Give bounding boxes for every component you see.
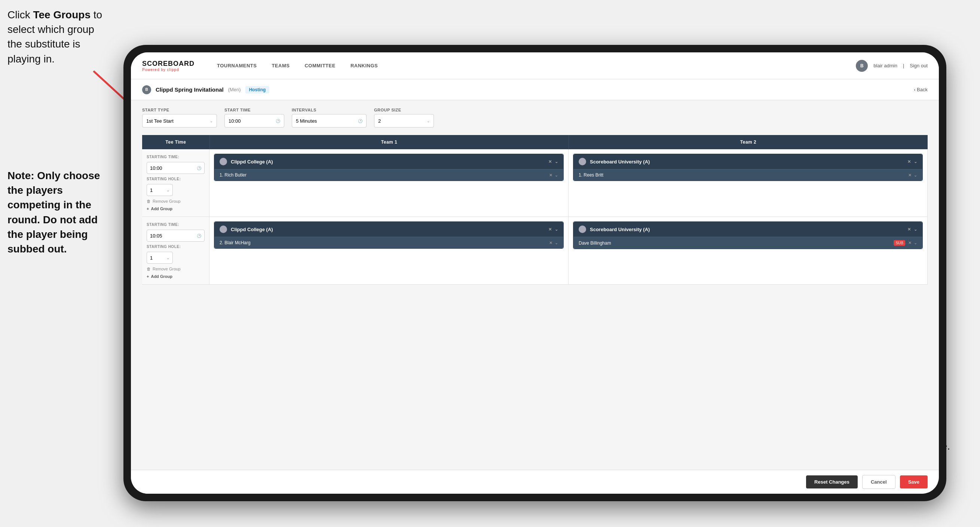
intervals-clock: 🕐	[358, 119, 363, 123]
player1-name-2: 2. Blair McHarg	[220, 240, 549, 245]
nav-logo: SCOREBOARD Powered by clippd	[142, 60, 194, 72]
team2-chevron-1[interactable]: ⌄	[914, 159, 917, 164]
start-type-field: Start Type 1st Tee Start ⌄	[142, 108, 217, 127]
tournament-gender: (Men)	[228, 87, 241, 92]
team2-chevron-2[interactable]: ⌄	[914, 227, 917, 232]
player2-chevron-1[interactable]: ⌄	[914, 173, 917, 178]
player2-x-2[interactable]: ✕	[908, 240, 912, 245]
player2-x-1[interactable]: ✕	[908, 173, 912, 178]
player2-name-2: Dave Billingham	[579, 240, 894, 246]
starting-hole-input-2[interactable]: 1 ⌄	[146, 252, 173, 264]
start-time-label: Start Time	[224, 108, 284, 112]
start-type-arrow: ⌄	[210, 119, 213, 123]
group-row-1: STARTING TIME: 10:00 🕐 STARTING HOLE: 1 …	[142, 149, 928, 217]
player1-x-2[interactable]: ✕	[549, 240, 552, 245]
starting-hole-label-2: STARTING HOLE:	[146, 245, 205, 249]
intervals-field: Intervals 5 Minutes 🕐	[292, 108, 367, 127]
team2-cell-1: Scoreboard University (A) ✕ ⌄ 1. Rees Br…	[568, 149, 928, 217]
instruction-top: Click Tee Groups to select which group t…	[0, 0, 112, 74]
player1-chevron-2[interactable]: ⌄	[555, 240, 558, 245]
start-time-clock: 🕐	[276, 119, 280, 123]
note-text: Note: Only choose the players competing …	[0, 161, 116, 264]
team2-name-1: Scoreboard University (A)	[590, 159, 904, 165]
start-time-field: Start Time 10:00 🕐	[224, 108, 284, 127]
cancel-button[interactable]: Cancel	[862, 475, 896, 489]
instruction-text-content: Click Tee Groups to select which group t…	[8, 9, 102, 65]
intervals-input[interactable]: 5 Minutes 🕐	[292, 114, 367, 127]
starting-hole-label-1: STARTING HOLE:	[146, 177, 205, 181]
team2-badge-1	[579, 158, 586, 165]
nav-teams[interactable]: TEAMS	[264, 60, 297, 72]
tee-groups-bold: Tee Groups	[33, 9, 91, 21]
start-type-label: Start Type	[142, 108, 217, 112]
tee-time-cell-1: STARTING TIME: 10:00 🕐 STARTING HOLE: 1 …	[142, 149, 210, 217]
nav-separator: |	[903, 63, 904, 68]
sub-header-left: B Clippd Spring Invitational (Men) Hosti…	[142, 85, 269, 94]
player1-row-1[interactable]: 1. Rich Butler ✕ ⌄	[214, 169, 563, 181]
start-type-value: 1st Tee Start	[146, 118, 173, 124]
logo-sub: Powered by clippd	[142, 68, 194, 72]
starting-time-input-2[interactable]: 10:05 🕐	[146, 230, 205, 242]
add-group-button-2[interactable]: + Add Group	[146, 274, 205, 279]
nav-committee[interactable]: COMMITTEE	[297, 60, 343, 72]
nav-user: B blair admin | Sign out	[856, 60, 928, 72]
team1-x-2[interactable]: ✕	[548, 227, 552, 232]
player1-row-2[interactable]: 2. Blair McHarg ✕ ⌄	[214, 237, 563, 248]
starting-hole-input-1[interactable]: 1 ⌄	[146, 184, 173, 196]
main-content: Start Type 1st Tee Start ⌄ Start Time 10…	[131, 100, 939, 470]
team2-header-2[interactable]: Scoreboard University (A) ✕ ⌄	[573, 222, 923, 237]
team2-x-1[interactable]: ✕	[907, 159, 911, 164]
team2-x-2[interactable]: ✕	[907, 227, 911, 232]
tournament-name: Clippd Spring Invitational	[156, 86, 224, 93]
intervals-label: Intervals	[292, 108, 367, 112]
th-team2: Team 2	[568, 135, 928, 149]
team2-header-1[interactable]: Scoreboard University (A) ✕ ⌄	[573, 154, 923, 169]
action-bar: Reset Changes Cancel Save	[131, 470, 939, 494]
team2-name-2: Scoreboard University (A)	[590, 227, 904, 232]
add-group-button-1[interactable]: + Add Group	[146, 207, 205, 211]
starting-time-label-2: STARTING TIME:	[146, 223, 205, 227]
player2-name-1: 1. Rees Britt	[579, 172, 908, 178]
reset-changes-button[interactable]: Reset Changes	[806, 475, 858, 489]
group-row-2: STARTING TIME: 10:05 🕐 STARTING HOLE: 1 …	[142, 217, 928, 285]
start-time-input[interactable]: 10:00 🕐	[224, 114, 284, 127]
team1-chevron-2[interactable]: ⌄	[555, 227, 558, 232]
remove-group-button-2[interactable]: 🗑 Remove Group	[146, 267, 205, 271]
team1-badge-1	[220, 158, 227, 165]
sign-out-link[interactable]: Sign out	[910, 63, 928, 68]
team1-x-1[interactable]: ✕	[548, 159, 552, 164]
intervals-value: 5 Minutes	[296, 118, 317, 124]
team1-cell-1: Clippd College (A) ✕ ⌄ 1. Rich Butler ✕ …	[210, 149, 568, 217]
remove-group-button-1[interactable]: 🗑 Remove Group	[146, 199, 205, 204]
th-tee-time: Tee Time	[142, 135, 210, 149]
note-label: Note: Only choose the players competing …	[8, 170, 100, 255]
nav-tournaments[interactable]: TOURNAMENTS	[210, 60, 264, 72]
player1-chevron-1[interactable]: ⌄	[555, 173, 558, 178]
player2-sub-badge-2: SUB	[894, 240, 905, 246]
team1-controls-1: ✕ ⌄	[548, 159, 558, 164]
player2-chevron-2[interactable]: ⌄	[914, 240, 917, 245]
user-name: blair admin	[873, 63, 897, 68]
th-team1: Team 1	[210, 135, 568, 149]
nav-rankings[interactable]: RANKINGS	[343, 60, 385, 72]
tournament-badge: B	[142, 85, 151, 94]
start-time-value: 10:00	[229, 118, 241, 124]
player2-row-2[interactable]: Dave Billingham SUB ✕ ⌄	[573, 237, 923, 249]
team2-badge-2	[579, 226, 586, 233]
back-button[interactable]: Back	[914, 87, 928, 92]
start-type-input[interactable]: 1st Tee Start ⌄	[142, 114, 217, 127]
save-button[interactable]: Save	[900, 475, 928, 489]
table-header: Tee Time Team 1 Team 2	[142, 135, 928, 149]
sub-header: B Clippd Spring Invitational (Men) Hosti…	[131, 79, 939, 100]
team1-header-1[interactable]: Clippd College (A) ✕ ⌄	[214, 154, 563, 169]
team2-controls-1: ✕ ⌄	[907, 159, 917, 164]
team1-chevron-1[interactable]: ⌄	[555, 159, 558, 164]
team1-header-2[interactable]: Clippd College (A) ✕ ⌄	[214, 222, 563, 237]
group-size-input[interactable]: 2 ⌄	[374, 114, 434, 127]
groups-container: STARTING TIME: 10:00 🕐 STARTING HOLE: 1 …	[142, 149, 928, 285]
starting-time-input-1[interactable]: 10:00 🕐	[146, 162, 205, 174]
player1-x-1[interactable]: ✕	[549, 173, 552, 178]
player2-row-1[interactable]: 1. Rees Britt ✕ ⌄	[573, 169, 923, 181]
group-size-arrow: ⌄	[427, 119, 430, 123]
starting-time-label-1: STARTING TIME:	[146, 155, 205, 159]
